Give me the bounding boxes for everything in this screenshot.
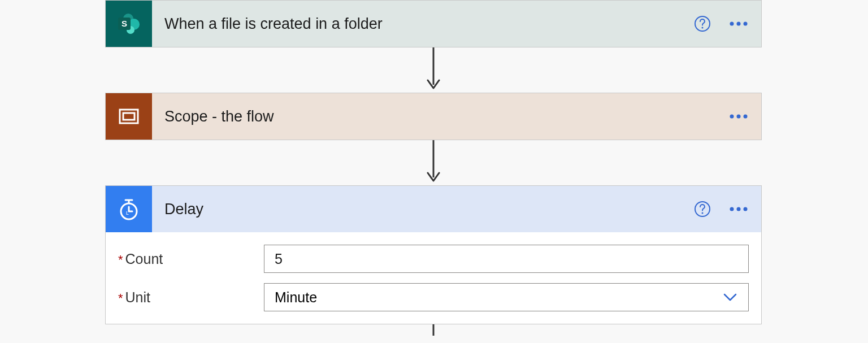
scope-card[interactable]: Scope - the flow — [105, 93, 762, 140]
required-indicator: * — [118, 253, 123, 267]
svg-rect-12 — [123, 113, 134, 120]
connector-arrow — [105, 324, 762, 336]
timer-icon: L — [106, 186, 152, 232]
chevron-down-icon — [722, 292, 738, 302]
svg-point-6 — [702, 27, 704, 29]
svg-point-22 — [702, 212, 704, 214]
svg-point-23 — [730, 207, 734, 211]
sharepoint-icon: S — [106, 1, 152, 47]
scope-title: Scope - the flow — [152, 108, 727, 125]
trigger-card[interactable]: S When a file is created in a folder — [105, 0, 762, 47]
svg-text:S: S — [121, 19, 127, 28]
delay-card: L Delay — [105, 185, 762, 324]
help-icon[interactable] — [693, 15, 711, 33]
svg-text:L: L — [126, 210, 129, 216]
svg-point-14 — [737, 115, 741, 119]
delay-header[interactable]: L Delay — [106, 186, 761, 232]
connector-arrow — [105, 140, 762, 185]
unit-selected-value: Minute — [275, 289, 317, 306]
svg-point-15 — [744, 115, 748, 119]
svg-point-25 — [744, 207, 748, 211]
count-input[interactable] — [264, 245, 749, 273]
trigger-title: When a file is created in a folder — [152, 15, 693, 33]
unit-select[interactable]: Minute — [264, 283, 749, 311]
delay-title: Delay — [152, 201, 693, 218]
more-menu-button[interactable] — [727, 206, 750, 212]
help-icon[interactable] — [693, 200, 711, 218]
more-menu-button[interactable] — [727, 113, 750, 120]
count-label: * Count — [118, 251, 264, 267]
svg-point-8 — [737, 22, 741, 26]
connector-arrow — [105, 47, 762, 93]
svg-point-24 — [737, 207, 741, 211]
required-indicator: * — [118, 291, 123, 306]
svg-point-7 — [730, 22, 734, 26]
scope-icon — [106, 93, 152, 140]
unit-label: * Unit — [118, 289, 264, 306]
svg-point-9 — [744, 22, 748, 26]
svg-point-13 — [730, 115, 734, 119]
more-menu-button[interactable] — [727, 20, 750, 27]
